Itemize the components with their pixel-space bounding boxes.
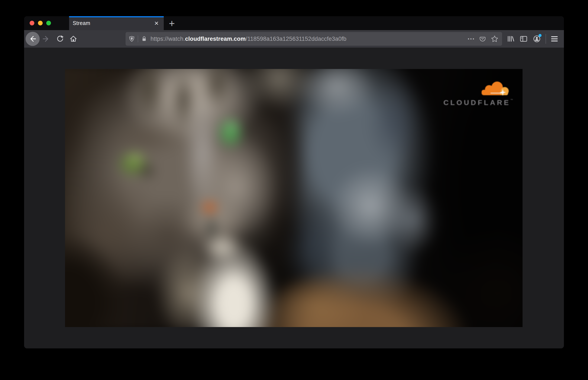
url-path: /118598a163a125631152ddaccfe3a0fb: [246, 36, 346, 42]
close-tab-icon[interactable]: ×: [152, 16, 161, 30]
tab-title: Stream: [73, 20, 90, 26]
cloudflare-wordmark-text: CLOUDFLARE: [443, 98, 510, 107]
sidebar-icon: [519, 35, 528, 43]
toolbar-right-cluster: [502, 34, 559, 44]
new-tab-button[interactable]: +: [167, 18, 177, 29]
notification-dot: [538, 34, 541, 37]
page-content: CLOUDFLARE™: [24, 48, 564, 348]
url-text: https://watch.cloudflarestream.com/11859…: [151, 36, 468, 42]
navigation-toolbar: https://watch.cloudflarestream.com/11859…: [24, 30, 564, 48]
window-zoom-button[interactable]: [46, 21, 51, 25]
video-frame-cat: [65, 69, 522, 327]
tab-bar: Stream × +: [24, 16, 564, 30]
active-tab-indicator: [69, 16, 164, 17]
account-button[interactable]: [532, 34, 542, 44]
url-domain: cloudflarestream.com: [185, 36, 246, 42]
toolbar-divider: [546, 34, 546, 44]
forward-arrow-icon: [42, 35, 50, 43]
bookmark-star-icon[interactable]: [491, 35, 498, 42]
menu-button[interactable]: [549, 34, 559, 44]
lock-icon[interactable]: [141, 36, 147, 42]
browser-window: Stream × +: [24, 16, 564, 348]
home-icon: [69, 35, 77, 43]
library-icon: [506, 35, 515, 43]
reload-button[interactable]: [55, 34, 65, 43]
back-button[interactable]: [26, 32, 40, 46]
cloudflare-watermark: CLOUDFLARE™: [441, 81, 513, 107]
page-actions-icon[interactable]: •••: [468, 36, 475, 41]
video-player[interactable]: CLOUDFLARE™: [65, 69, 522, 327]
back-arrow-icon: [29, 35, 37, 43]
cloudflare-cloud-icon: [478, 81, 512, 96]
url-protocol-subdomain: https://watch.: [151, 36, 185, 42]
reload-icon: [56, 35, 64, 43]
address-bar[interactable]: https://watch.cloudflarestream.com/11859…: [126, 32, 502, 46]
hamburger-icon: [551, 36, 558, 41]
window-close-button[interactable]: [30, 21, 34, 25]
cloudflare-wordmark: CLOUDFLARE™: [441, 98, 513, 107]
address-bar-divider: [138, 36, 138, 42]
desktop: { "browser": { "tab_title": "Stream", "u…: [0, 0, 588, 380]
pocket-icon[interactable]: [479, 36, 486, 42]
home-button[interactable]: [69, 34, 78, 43]
library-button[interactable]: [505, 34, 515, 44]
tab-stream[interactable]: Stream ×: [69, 16, 164, 30]
window-controls: [30, 21, 51, 25]
forward-button[interactable]: [41, 34, 51, 43]
window-minimize-button[interactable]: [38, 21, 43, 25]
trademark-symbol: ™: [510, 98, 513, 102]
sidebars-button[interactable]: [519, 34, 529, 44]
tracking-protection-shield-icon[interactable]: [129, 36, 135, 42]
